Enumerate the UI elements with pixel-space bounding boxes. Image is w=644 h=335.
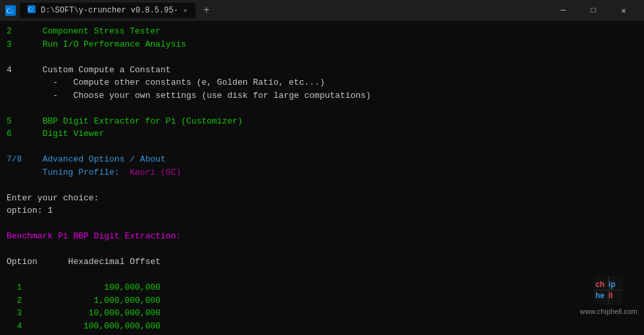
menu-line-4b: - Choose your own settings (use disk for… [7,89,637,102]
table-header: Option Hexadecimal Offset [7,257,161,267]
table-row-3: 3 10,000,000,000 [7,307,637,320]
title-bar: C: C: D:\SOFT\y-cruncher v0.8.5.95- ✕ + … [0,0,644,21]
line-number-78: 7/8 [7,154,22,164]
watermark: ch ip he ll www.chiphell.com [580,276,637,315]
blank-5 [7,217,637,231]
window-controls: — □ ✕ [548,0,639,21]
tab-main[interactable]: C: D:\SOFT\y-cruncher v0.8.5.95- ✕ [20,3,195,18]
svg-text:ll: ll [608,291,613,300]
new-tab-button[interactable]: + [199,5,214,16]
minimize-button[interactable]: — [548,0,578,21]
menu-line-2: 2 Component Stress Tester [7,25,637,38]
close-button[interactable]: ✕ [608,0,639,21]
blank-6 [7,243,637,256]
benchmark-title: Benchmark Pi BBP Digit Extraction: [7,231,181,241]
line-number-4: 4 [7,65,12,75]
menu-line-6: 6 Digit Viewer [7,127,637,141]
table-row-1: 1 100,000,000 [7,281,637,294]
svg-text:ip: ip [608,280,616,289]
benchmark-title-line: Benchmark Pi BBP Digit Extraction: [7,230,637,243]
chip-logo: ch ip he ll [594,276,623,305]
table-header-line: Option Hexadecimal Offset [7,256,637,269]
line-number-6: 6 [7,129,12,139]
tab-favicon: C: [28,5,36,16]
svg-text:ch: ch [595,280,605,289]
terminal-window: 2 Component Stress Tester 3 Run I/O Perf… [0,21,644,335]
line-number-5: 5 [7,116,12,126]
menu-line-3: 3 Run I/O Performance Analysis [7,38,637,51]
svg-text:he: he [595,291,605,300]
blank-4 [7,179,637,192]
menu-line-78: 7/8 Advanced Options / About [7,153,637,166]
line-number-2: 2 [7,26,12,36]
table-row-2: 2 1,000,000,000 [7,294,637,307]
maximize-button[interactable]: □ [578,0,608,21]
enter-choice-line: Enter your choice: [7,192,637,205]
menu-line-4a: - Compute other constants (e, Golden Rat… [7,76,637,89]
table-row-4: 4 100,000,000,000 [7,320,637,333]
svg-text:C:: C: [28,7,34,12]
title-bar-left: C: C: D:\SOFT\y-cruncher v0.8.5.95- ✕ + [5,3,543,18]
blank-7 [7,269,637,282]
blank-2 [7,102,637,115]
menu-line-4: 4 Custom Compute a Constant [7,64,637,77]
table-row-5: 5 1,000,000,000,000 [7,332,637,335]
svg-text:C:: C: [7,7,12,14]
line-number-3: 3 [7,39,12,49]
tab-title: D:\SOFT\y-cruncher v0.8.5.95- [41,6,178,15]
blank-1 [7,51,637,64]
tab-close-button[interactable]: ✕ [184,7,187,14]
terminal-icon: C: [5,5,16,16]
watermark-url: www.chiphell.com [580,307,637,315]
option-1-line: option: 1 [7,204,637,217]
tuning-value: Kaori (SC) [130,168,181,177]
tuning-profile-line: Tuning Profile: Kaori (SC) [7,166,637,179]
menu-line-5: 5 BBP Digit Extractor for Pi (Customizer… [7,115,637,128]
blank-3 [7,141,637,154]
chip-logo-svg: ch ip he ll [594,276,623,305]
